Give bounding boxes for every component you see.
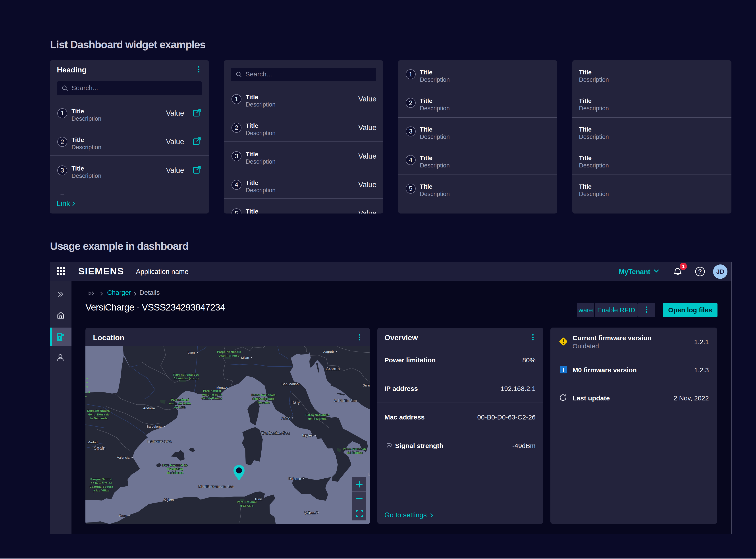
svg-text:Sarajevo: Sarajevo: [363, 383, 370, 387]
svg-text:Croatia: Croatia: [326, 366, 340, 371]
svg-text:Zagreb: Zagreb: [323, 350, 334, 354]
svg-text:Valencia: Valencia: [117, 455, 130, 459]
svg-text:Oran: Oran: [119, 514, 126, 518]
svg-text:Italy: Italy: [291, 400, 300, 405]
svg-text:Lyon: Lyon: [188, 351, 195, 354]
svg-text:?: ?: [698, 268, 702, 275]
svg-text:Palermo: Palermo: [289, 477, 301, 480]
svg-text:Rome: Rome: [281, 416, 290, 420]
svg-text:Milan: Milan: [241, 356, 249, 359]
svg-text:Espacio Naturalde la Sierra de: Espacio Naturalde la Sierra dela Demanda: [87, 409, 111, 420]
svg-text:Mediterranean Sea: Mediterranean Sea: [198, 485, 234, 489]
svg-text:ional: ional: [86, 390, 90, 394]
svg-text:ho: ho: [86, 385, 88, 388]
svg-text:na: na: [86, 377, 88, 380]
svg-text:Naples: Naples: [302, 433, 312, 437]
svg-text:Algiers: Algiers: [164, 498, 174, 501]
svg-text:Spain: Spain: [94, 446, 105, 450]
svg-text:de: de: [86, 395, 87, 398]
svg-text:Tyrrhenian Sea: Tyrrhenian Sea: [261, 431, 290, 435]
svg-text:Andorra: Andorra: [143, 406, 155, 410]
svg-text:Barcelona: Barcelona: [146, 425, 162, 428]
svg-text:Valletta: Valletta: [305, 511, 315, 515]
svg-text:i: i: [563, 367, 564, 373]
svg-text:Adriatic Sea: Adriatic Sea: [334, 399, 357, 403]
svg-text:de: de: [86, 381, 88, 384]
svg-text:Monaco: Monaco: [216, 386, 228, 389]
svg-text:Madrid: Madrid: [88, 440, 98, 444]
svg-text:Io: Io: [368, 472, 370, 477]
svg-text:Balearic Sea: Balearic Sea: [148, 440, 171, 444]
svg-text:San Marino: San Marino: [282, 382, 299, 386]
svg-text:Parc naturelrégional de laSain: Parc naturelrégional de laSainte-Baume: [202, 389, 222, 400]
